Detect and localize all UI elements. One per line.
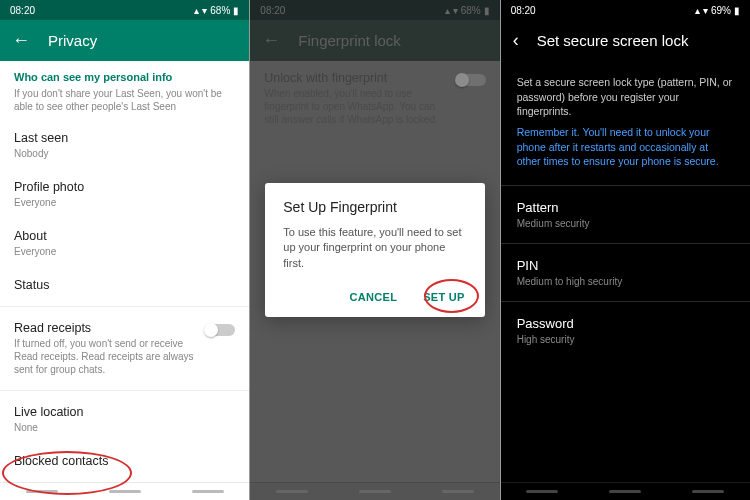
status-time: 08:20 [10, 5, 35, 16]
setup-button[interactable]: SET UP [421, 287, 467, 307]
item-live-location[interactable]: Live location None [0, 395, 249, 444]
divider [0, 306, 249, 307]
setup-fingerprint-dialog: Set Up Fingerprint To use this feature, … [265, 183, 484, 317]
battery-label: 68% [210, 5, 230, 16]
battery-icon: ▮ [734, 5, 740, 16]
battery-label: 69% [711, 5, 731, 16]
wifi-icon: ▾ [703, 5, 708, 16]
secure-lock-content: Set a secure screen lock type (pattern, … [501, 61, 750, 482]
page-title: Privacy [48, 32, 97, 49]
battery-icon: ▮ [233, 5, 239, 16]
item-status[interactable]: Status [0, 268, 249, 302]
page-title: Set secure screen lock [537, 32, 689, 49]
status-time: 08:20 [511, 5, 536, 16]
privacy-content: Who can see my personal info If you don'… [0, 61, 249, 482]
status-bar: 08:20 ▴ ▾ 69% ▮ [501, 0, 750, 20]
description: Set a secure screen lock type (pattern, … [501, 61, 750, 125]
modal-overlay: Set Up Fingerprint To use this feature, … [250, 0, 499, 500]
dialog-title: Set Up Fingerprint [283, 199, 466, 215]
dialog-body: To use this feature, you'll need to set … [283, 225, 466, 271]
app-bar: ← Privacy [0, 20, 249, 61]
nav-recent[interactable] [526, 490, 558, 493]
back-arrow-icon[interactable]: ← [12, 30, 30, 51]
signal-icon: ▴ [194, 5, 199, 16]
divider [0, 390, 249, 391]
nav-back[interactable] [192, 490, 224, 493]
signal-icon: ▴ [695, 5, 700, 16]
option-pattern[interactable]: Pattern Medium security [501, 185, 750, 243]
item-blocked-contacts[interactable]: Blocked contacts [0, 444, 249, 478]
app-bar: ‹ Set secure screen lock [501, 20, 750, 61]
android-nav-bar [501, 482, 750, 500]
read-receipts-toggle[interactable] [205, 324, 235, 336]
option-password[interactable]: Password High security [501, 301, 750, 359]
nav-back[interactable] [692, 490, 724, 493]
phone-screen-privacy: 08:20 ▴ ▾ 68% ▮ ← Privacy Who can see my… [0, 0, 249, 500]
phone-screen-fingerprint: 08:20 ▴ ▾ 68% ▮ ← Fingerprint lock Unloc… [250, 0, 499, 500]
status-bar: 08:20 ▴ ▾ 68% ▮ [0, 0, 249, 20]
item-profile-photo[interactable]: Profile photo Everyone [0, 170, 249, 219]
remember-link[interactable]: Remember it. You'll need it to unlock yo… [501, 125, 750, 185]
option-pin[interactable]: PIN Medium to high security [501, 243, 750, 301]
section-sub: If you don't share your Last Seen, you w… [0, 87, 249, 121]
item-last-seen[interactable]: Last seen Nobody [0, 121, 249, 170]
nav-recent[interactable] [26, 490, 58, 493]
section-header: Who can see my personal info [0, 61, 249, 87]
cancel-button[interactable]: CANCEL [348, 287, 400, 307]
back-arrow-icon[interactable]: ‹ [513, 30, 519, 51]
nav-home[interactable] [609, 490, 641, 493]
item-read-receipts[interactable]: Read receipts If turned off, you won't s… [0, 311, 249, 386]
android-nav-bar [0, 482, 249, 500]
phone-screen-secure-lock: 08:20 ▴ ▾ 69% ▮ ‹ Set secure screen lock… [501, 0, 750, 500]
wifi-icon: ▾ [202, 5, 207, 16]
nav-home[interactable] [109, 490, 141, 493]
item-about[interactable]: About Everyone [0, 219, 249, 268]
